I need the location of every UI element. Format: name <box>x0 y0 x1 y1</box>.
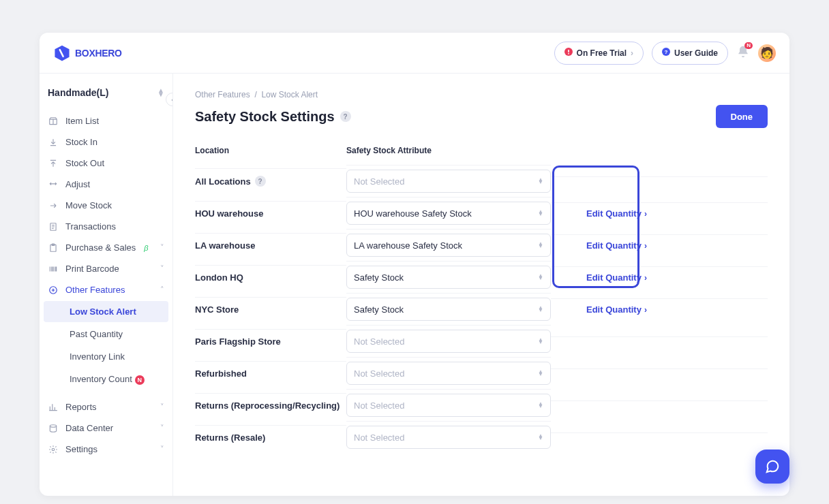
nav-label: Print Barcode <box>65 264 119 274</box>
nav-item-print-barcode[interactable]: Print Barcode˅ <box>40 258 172 279</box>
sub-item-low-stock-alert[interactable]: Low Stock Alert <box>44 301 168 322</box>
attribute-cell: Not Selected▲▼ <box>346 357 551 389</box>
nav-item-move-stock[interactable]: Move Stock <box>40 195 172 216</box>
sub-item-inventory-count[interactable]: Inventory CountN <box>44 368 168 390</box>
location-cell: NYC Store <box>195 297 346 321</box>
col-attribute: Safety Stock Attribute <box>346 140 551 165</box>
nav-item-adjust[interactable]: Adjust <box>40 174 172 195</box>
select-caret-icon: ▲▼ <box>538 306 543 312</box>
nav-item-reports[interactable]: Reports˅ <box>40 396 172 418</box>
svg-text:?: ? <box>665 49 668 55</box>
edit-quantity-link[interactable]: Edit Quantity› <box>586 272 647 283</box>
attribute-select[interactable]: Not Selected▲▼ <box>346 426 551 449</box>
attribute-select[interactable]: Not Selected▲▼ <box>346 330 551 353</box>
attribute-select[interactable]: LA warehouse Safety Stock▲▼ <box>346 234 551 257</box>
org-name: Handmade(L) <box>48 87 108 98</box>
select-caret-icon: ▲▼ <box>538 178 543 184</box>
col-location: Location <box>195 140 346 165</box>
app-body: Handmade(L) ▲▼ ‹ Item ListStock InStock … <box>40 74 789 496</box>
attribute-cell: Not Selected▲▼ <box>346 325 551 357</box>
org-selector[interactable]: Handmade(L) ▲▼ <box>40 83 172 110</box>
breadcrumb-a[interactable]: Other Features <box>195 90 250 99</box>
attribute-select[interactable]: Safety Stock▲▼ <box>346 266 551 289</box>
edit-quantity-link[interactable]: Edit Quantity› <box>586 240 647 251</box>
action-cell <box>551 400 768 409</box>
notification-badge: N <box>744 42 753 49</box>
nav-item-other-features[interactable]: Other Features˄ <box>40 279 172 300</box>
help-icon[interactable]: ? <box>340 111 351 122</box>
plus-icon <box>48 285 59 295</box>
attribute-cell: Safety Stock▲▼ <box>346 261 551 293</box>
chevron-down-icon: ˅ <box>160 445 164 454</box>
clip-icon <box>48 243 59 253</box>
guide-pill[interactable]: ? User Guide <box>652 42 728 65</box>
action-cell <box>551 368 768 377</box>
up-icon <box>48 159 59 168</box>
avatar[interactable]: 🧑 <box>758 44 776 62</box>
nav-label: Settings <box>65 444 97 454</box>
attribute-select[interactable]: Not Selected▲▼ <box>346 170 551 193</box>
done-button[interactable]: Done <box>716 105 768 128</box>
sub-item-past-quantity[interactable]: Past Quantity <box>44 324 168 345</box>
location-cell: Returns (Resale) <box>195 425 346 450</box>
trial-pill[interactable]: On Free Trial › <box>554 42 644 65</box>
nav-label: Transactions <box>65 221 116 232</box>
nav-item-data-center[interactable]: Data Center˅ <box>40 418 172 439</box>
sub-nav: Low Stock AlertPast QuantityInventory Li… <box>40 300 172 391</box>
chevron-right-icon: › <box>644 241 647 251</box>
select-caret-icon: ▲▼ <box>538 403 543 408</box>
logo[interactable]: BOXHERO <box>53 44 122 62</box>
sub-label: Past Quantity <box>70 329 123 339</box>
sidebar: Handmade(L) ▲▼ ‹ Item ListStock InStock … <box>40 74 173 496</box>
nav-item-stock-in[interactable]: Stock In <box>40 131 172 153</box>
nav-label: Item List <box>65 116 99 126</box>
attribute-cell: Not Selected▲▼ <box>346 389 551 421</box>
sub-label: Inventory Count <box>70 374 132 384</box>
sub-item-inventory-link[interactable]: Inventory Link <box>44 346 168 367</box>
action-cell <box>551 432 768 441</box>
chevron-down-icon: ˅ <box>160 243 164 252</box>
attribute-cell: LA warehouse Safety Stock▲▼ <box>346 229 551 261</box>
alert-icon <box>564 48 573 58</box>
nav-item-settings[interactable]: Settings˅ <box>40 439 172 460</box>
help-icon[interactable]: ? <box>255 176 266 187</box>
attribute-select[interactable]: HOU warehouse Safety Stock▲▼ <box>346 202 551 225</box>
nav-item-stock-out[interactable]: Stock Out <box>40 153 172 174</box>
nav-item-purchase-sales[interactable]: Purchase & Salesβ˅ <box>40 237 172 258</box>
new-badge: N <box>135 375 145 385</box>
location-cell: Returns (Reprocessing/Recycling) <box>195 393 346 418</box>
select-caret-icon: ▲▼ <box>538 274 543 280</box>
action-cell: Edit Quantity› <box>551 202 768 223</box>
attribute-select[interactable]: Not Selected▲▼ <box>346 362 551 385</box>
nav-item-transactions[interactable]: Transactions <box>40 216 172 237</box>
action-cell <box>551 336 768 345</box>
location-cell: London HQ <box>195 265 346 289</box>
sub-label: Inventory Link <box>70 351 125 362</box>
topbar: BOXHERO On Free Trial › ? User Guide N 🧑 <box>40 33 789 74</box>
nav: Item ListStock InStock OutAdjustMove Sto… <box>40 110 172 300</box>
nav-label: Other Features <box>65 285 125 295</box>
chart-icon <box>48 403 59 412</box>
breadcrumb-b[interactable]: Low Stock Alert <box>261 90 318 99</box>
chevron-up-icon: ˄ <box>160 285 164 294</box>
attribute-select[interactable]: Not Selected▲▼ <box>346 394 551 417</box>
location-cell: HOU warehouse <box>195 201 346 225</box>
notification-bell[interactable]: N <box>736 45 750 61</box>
nav-item-item-list[interactable]: Item List <box>40 110 172 131</box>
nav-label: Purchase & Sales <box>65 242 136 253</box>
attribute-select[interactable]: Safety Stock▲▼ <box>346 298 551 321</box>
attribute-cell: Not Selected▲▼ <box>346 421 551 453</box>
select-caret-icon: ▲▼ <box>538 435 543 440</box>
nav-label: Adjust <box>65 179 90 189</box>
chevron-right-icon: › <box>644 305 647 315</box>
gear-icon <box>48 445 59 454</box>
select-caret-icon: ▲▼ <box>538 242 543 248</box>
attribute-cell: Not Selected▲▼ <box>346 165 551 197</box>
svg-rect-2 <box>568 50 569 52</box>
nav-footer: Reports˅Data Center˅Settings˅ <box>40 396 172 460</box>
chat-fab[interactable] <box>755 450 789 484</box>
select-caret-icon: ▲▼ <box>538 371 543 376</box>
edit-quantity-link[interactable]: Edit Quantity› <box>586 304 647 315</box>
edit-quantity-link[interactable]: Edit Quantity› <box>586 208 647 219</box>
topbar-right: On Free Trial › ? User Guide N 🧑 <box>554 42 776 65</box>
